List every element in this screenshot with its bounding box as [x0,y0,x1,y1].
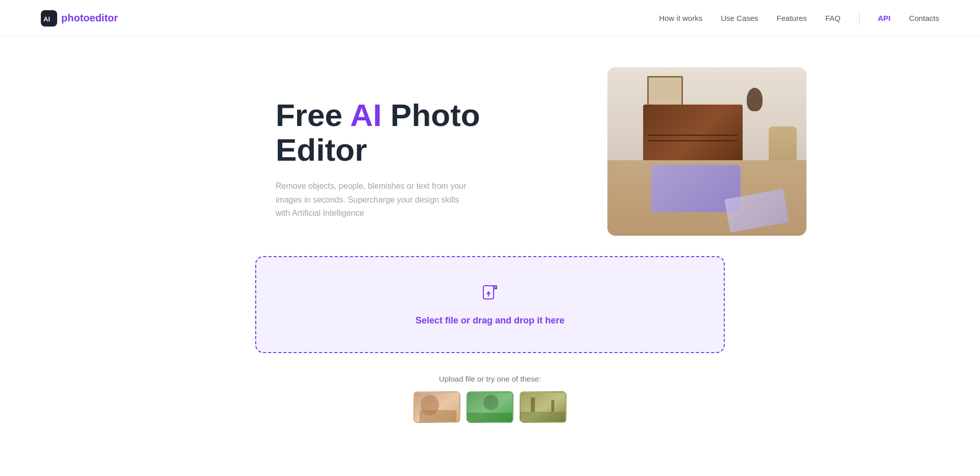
bear-figure [747,88,763,111]
svg-rect-12 [531,397,535,412]
svg-rect-11 [521,412,567,423]
hero-title: Free AI PhotoEditor [276,98,480,167]
hero-subtitle: Remove objects, people, blemishes or tex… [276,180,470,220]
samples-row [413,391,567,423]
samples-section: Upload file or try one of these: [0,368,980,433]
hero-image [607,67,806,236]
svg-rect-6 [420,410,456,423]
nav-faq[interactable]: FAQ [825,14,841,22]
nav-links: How it works Use Cases Features FAQ API … [659,12,939,24]
svg-rect-13 [551,400,554,412]
svg-point-9 [483,395,499,410]
upload-section: Select file or drag and drop it here [133,256,847,368]
nav-how-it-works[interactable]: How it works [659,14,702,22]
hero-content: Free AI PhotoEditor Remove objects, peop… [276,67,480,220]
navbar: AI photoeditor How it works Use Cases Fe… [0,0,980,37]
nav-api[interactable]: API [878,14,891,22]
samples-label: Upload file or try one of these: [439,374,541,383]
hero-title-ai: AI [350,97,382,133]
upload-icon [480,284,500,306]
logo-text: photoeditor [61,12,118,24]
nav-features[interactable]: Features [777,14,807,22]
nav-divider [859,12,860,24]
upload-text: Select file or drag and drop it here [415,315,565,326]
logo-link[interactable]: AI photoeditor [41,10,118,27]
hero-room-image [607,67,806,236]
hero-section: Free AI PhotoEditor Remove objects, peop… [133,37,847,256]
sample-thumb-3[interactable] [520,391,567,423]
svg-text:AI: AI [43,15,50,23]
svg-rect-8 [468,413,513,423]
logo-icon: AI [41,10,57,27]
sample-thumb-2[interactable] [467,391,513,423]
nav-use-cases[interactable]: Use Cases [721,14,758,22]
sample-thumb-1[interactable] [413,391,460,423]
upload-dropzone[interactable]: Select file or drag and drop it here [255,256,725,353]
nav-contacts[interactable]: Contacts [909,14,939,22]
